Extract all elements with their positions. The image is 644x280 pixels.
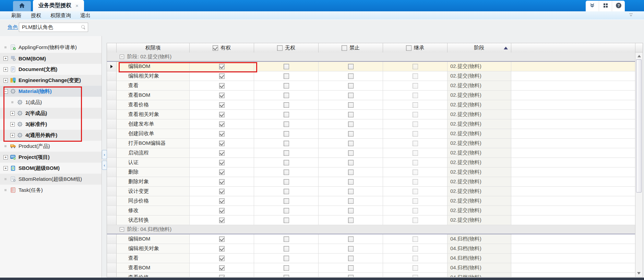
- grid-row[interactable]: 删除02.提交(物料): [107, 167, 635, 177]
- granted-cell[interactable]: [190, 167, 254, 177]
- role-input[interactable]: [19, 23, 88, 32]
- inherit-checkbox[interactable]: [413, 208, 418, 213]
- granted-checkbox[interactable]: [219, 208, 225, 213]
- noperm-cell[interactable]: [254, 263, 319, 273]
- help-button[interactable]: ?: [612, 1, 625, 11]
- tree-item-product[interactable]: Product(产品): [0, 141, 102, 152]
- forbid-cell[interactable]: [319, 100, 383, 110]
- column-header-forbid[interactable]: 禁止: [319, 43, 383, 52]
- inherit-checkbox[interactable]: [413, 198, 418, 204]
- noperm-cell[interactable]: [254, 129, 319, 139]
- group-header-stage-04-archive[interactable]: −阶段: 04.归档(物料): [107, 225, 635, 234]
- inherit-cell[interactable]: [383, 206, 448, 215]
- inherit-checkbox[interactable]: [413, 170, 418, 175]
- noperm-cell[interactable]: [254, 215, 319, 225]
- forbid-checkbox[interactable]: [348, 141, 354, 146]
- tree-item-sbomrelation[interactable]: SBomRelation(超级BOM组): [0, 174, 102, 185]
- noperm-checkbox[interactable]: [284, 102, 289, 108]
- granted-cell[interactable]: [190, 206, 254, 215]
- noperm-checkbox[interactable]: [284, 189, 289, 194]
- tree-item-material-2[interactable]: +2(半成品): [0, 108, 102, 119]
- noperm-cell[interactable]: [254, 100, 319, 110]
- header-forbid-checkbox[interactable]: [342, 45, 347, 51]
- granted-checkbox[interactable]: [219, 121, 225, 127]
- forbid-cell[interactable]: [319, 254, 383, 263]
- inherit-cell[interactable]: [383, 234, 448, 244]
- tree-item-project[interactable]: +Project(项目): [0, 152, 102, 163]
- forbid-checkbox[interactable]: [348, 265, 354, 271]
- noperm-cell[interactable]: [254, 234, 319, 244]
- granted-checkbox[interactable]: [219, 189, 225, 194]
- inherit-checkbox[interactable]: [413, 64, 418, 69]
- inherit-checkbox[interactable]: [413, 73, 418, 79]
- noperm-cell[interactable]: [254, 81, 319, 91]
- granted-checkbox[interactable]: [219, 112, 225, 117]
- forbid-checkbox[interactable]: [348, 275, 354, 277]
- forbid-checkbox[interactable]: [348, 208, 354, 213]
- forbid-checkbox[interactable]: [348, 112, 354, 117]
- inherit-cell[interactable]: [383, 273, 448, 277]
- noperm-checkbox[interactable]: [284, 150, 289, 156]
- granted-checkbox[interactable]: [219, 265, 225, 271]
- inherit-cell[interactable]: [383, 167, 448, 177]
- forbid-cell[interactable]: [319, 263, 383, 273]
- tab-business-type-auth[interactable]: 业务类型授权 ×: [33, 0, 84, 11]
- forbid-checkbox[interactable]: [348, 246, 354, 252]
- forbid-cell[interactable]: [319, 110, 383, 119]
- tree-expand-icon[interactable]: +: [3, 166, 8, 171]
- granted-cell[interactable]: [190, 177, 254, 187]
- role-link[interactable]: 角色: [8, 24, 18, 31]
- granted-checkbox[interactable]: [219, 150, 225, 156]
- inherit-cell[interactable]: [383, 100, 448, 110]
- inherit-checkbox[interactable]: [413, 189, 418, 194]
- granted-cell[interactable]: [190, 119, 254, 129]
- noperm-checkbox[interactable]: [284, 236, 289, 242]
- inherit-cell[interactable]: [383, 91, 448, 100]
- noperm-checkbox[interactable]: [284, 160, 289, 165]
- inherit-checkbox[interactable]: [413, 256, 418, 261]
- granted-cell[interactable]: [190, 244, 254, 254]
- grid-row[interactable]: 创建回收单02.提交(物料): [107, 129, 635, 139]
- inherit-checkbox[interactable]: [413, 121, 418, 127]
- noperm-cell[interactable]: [254, 148, 319, 158]
- grid-row[interactable]: 同步价格02.提交(物料): [107, 196, 635, 206]
- noperm-cell[interactable]: [254, 177, 319, 187]
- noperm-checkbox[interactable]: [284, 121, 289, 127]
- inherit-checkbox[interactable]: [413, 160, 418, 165]
- grid-row[interactable]: 查看价格04.归档(物料): [107, 273, 635, 277]
- noperm-checkbox[interactable]: [284, 275, 289, 277]
- group-collapse-icon[interactable]: −: [120, 227, 124, 232]
- tree-expand-icon[interactable]: +: [3, 78, 8, 83]
- forbid-checkbox[interactable]: [348, 73, 354, 79]
- inherit-checkbox[interactable]: [413, 102, 418, 108]
- menu-item-perm-query[interactable]: 权限查询: [50, 12, 71, 19]
- grid-row[interactable]: 查看04.归档(物料): [107, 254, 635, 263]
- inherit-cell[interactable]: [383, 139, 448, 148]
- noperm-checkbox[interactable]: [284, 198, 289, 204]
- noperm-checkbox[interactable]: [284, 218, 289, 223]
- scroll-up-arrow-icon[interactable]: [637, 55, 641, 57]
- noperm-cell[interactable]: [254, 187, 319, 196]
- granted-cell[interactable]: [190, 196, 254, 206]
- grid-row[interactable]: 修改02.提交(物料): [107, 206, 635, 215]
- forbid-cell[interactable]: [319, 148, 383, 158]
- forbid-cell[interactable]: [319, 206, 383, 215]
- granted-cell[interactable]: [190, 91, 254, 100]
- forbid-cell[interactable]: [319, 62, 383, 71]
- forbid-cell[interactable]: [319, 177, 383, 187]
- noperm-cell[interactable]: [254, 206, 319, 215]
- granted-cell[interactable]: [190, 62, 254, 71]
- noperm-checkbox[interactable]: [284, 208, 289, 213]
- granted-checkbox[interactable]: [219, 64, 225, 69]
- granted-cell[interactable]: [190, 273, 254, 277]
- inherit-cell[interactable]: [383, 187, 448, 196]
- tree-item-material-4[interactable]: +4(通用外购件): [0, 130, 102, 141]
- forbid-checkbox[interactable]: [348, 93, 354, 98]
- noperm-checkbox[interactable]: [284, 73, 289, 79]
- inherit-checkbox[interactable]: [413, 246, 418, 252]
- grid-row[interactable]: 认证02.提交(物料): [107, 158, 635, 167]
- noperm-cell[interactable]: [254, 62, 319, 71]
- tree-expand-icon[interactable]: +: [10, 133, 15, 138]
- forbid-checkbox[interactable]: [348, 64, 354, 69]
- grid-row[interactable]: 编辑相关对象02.提交(物料): [107, 71, 635, 81]
